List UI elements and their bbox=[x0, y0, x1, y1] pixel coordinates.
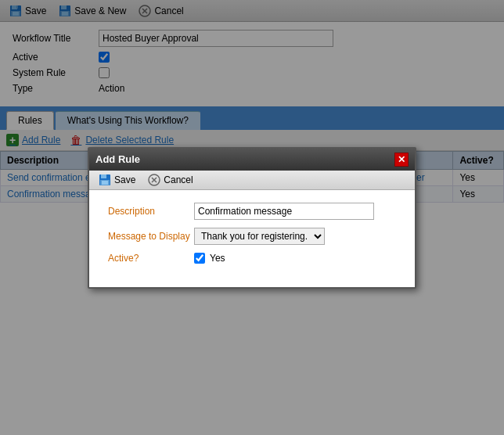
modal-save-label: Save bbox=[114, 174, 135, 185]
modal-save-button[interactable]: Save bbox=[95, 174, 139, 186]
modal-title: Add Rule bbox=[95, 153, 140, 165]
modal-cancel-label: Cancel bbox=[164, 174, 193, 185]
modal-close-button[interactable]: ✕ bbox=[394, 153, 409, 167]
svg-rect-13 bbox=[101, 174, 106, 178]
modal-body: Description Message to Display Thank you… bbox=[89, 190, 415, 203]
modal-description-row: Description bbox=[108, 203, 396, 203]
svg-rect-15 bbox=[102, 181, 108, 185]
modal-cancel-icon bbox=[148, 174, 160, 186]
modal-titlebar: Add Rule ✕ bbox=[89, 149, 415, 171]
modal-cancel-button[interactable]: Cancel bbox=[145, 174, 196, 186]
modal-save-icon bbox=[99, 174, 111, 186]
modal-overlay: Add Rule ✕ Save Cancel bbox=[0, 0, 504, 203]
modal-toolbar: Save Cancel bbox=[89, 171, 415, 190]
add-rule-modal: Add Rule ✕ Save Cancel bbox=[88, 147, 416, 203]
modal-description-input[interactable] bbox=[194, 203, 374, 203]
